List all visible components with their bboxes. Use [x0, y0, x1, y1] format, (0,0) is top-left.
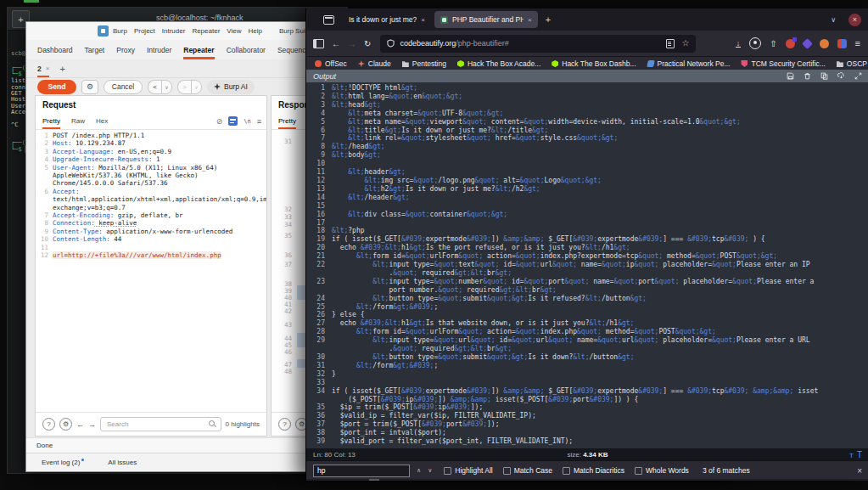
html-entity: &#039; — [467, 235, 491, 243]
view-tab-raw[interactable]: Raw — [71, 113, 85, 129]
find-next-icon[interactable]: ∨ — [428, 467, 432, 474]
tab-proxy[interactable]: Proxy — [116, 40, 135, 59]
font-size-icons[interactable]: TT — [849, 450, 862, 459]
menu-intruder[interactable]: Intruder — [162, 27, 186, 35]
firefox-view-icon[interactable] — [323, 15, 334, 25]
event-log-link[interactable]: Event log (2) — [42, 459, 84, 466]
prev-match-icon[interactable]: ← — [76, 420, 84, 429]
tab-close-icon[interactable]: × — [528, 16, 532, 24]
find-option-whole-words[interactable]: Whole Words — [635, 466, 689, 475]
tab-dashboard[interactable]: Dashboard — [37, 40, 73, 59]
bookmark-hack-the-box-acade[interactable]: Hack The Box Acade... — [457, 59, 540, 68]
menu-view[interactable]: View — [227, 27, 241, 35]
browser-tab-php-beautifier-and-php[interactable]: PHP Beautifier and PHP× — [434, 11, 538, 28]
view-tab-hex[interactable]: Hex — [96, 113, 108, 129]
prettify-toggle-icon[interactable] — [228, 116, 238, 126]
html-entity: &gt; — [540, 286, 557, 294]
line-number: 11 — [306, 168, 332, 177]
history-forward-button[interactable]: >∨ — [177, 80, 202, 94]
html-entity: &gt; — [393, 303, 409, 311]
send-button[interactable]: Send — [37, 80, 76, 94]
request-line: 6Accept: text/html,application/xhtml+xml… — [36, 188, 266, 211]
all-issues-link[interactable]: All issues — [108, 459, 137, 466]
horizontal-scrollbar[interactable] — [306, 479, 868, 481]
hide-nonprintable-icon[interactable]: ⊘ — [216, 117, 223, 126]
view-tab-pretty[interactable]: Pretty — [278, 113, 296, 129]
reader-mode-icon[interactable] — [666, 39, 675, 48]
request-editor[interactable]: 1POST /index.php HTTP/1.12Host: 10.129.2… — [36, 130, 266, 413]
find-option-highlight-all[interactable]: Highlight All — [444, 466, 492, 475]
send-settings-button[interactable]: ⚙ — [81, 80, 98, 94]
history-back-button[interactable]: <∨ — [148, 80, 172, 94]
delete-icon[interactable] — [804, 72, 811, 80]
repeater-tab-2[interactable]: 2 × — [37, 59, 49, 77]
html-entity: &quot; — [736, 252, 761, 260]
browser-tab-is-it-down-or-just-me[interactable]: Is it down or just me?× — [343, 11, 431, 28]
bookmark-hack-the-box-dashb[interactable]: Hack The Box Dashb... — [552, 59, 636, 68]
copy-icon[interactable] — [820, 72, 828, 80]
help-icon[interactable]: ? — [278, 418, 291, 431]
find-option-label: Match Case — [514, 466, 552, 475]
add-repeater-tab-button[interactable]: + — [59, 59, 64, 77]
bookmark-tcm-security-certific[interactable]: TCM Security Certific... — [741, 59, 825, 68]
list-tabs-icon[interactable]: ∨ — [831, 16, 836, 24]
tab-intruder[interactable]: Intruder — [147, 40, 171, 59]
menu-burp[interactable]: Burp — [113, 27, 127, 35]
help-icon[interactable]: ? — [42, 418, 55, 431]
view-tab-pretty[interactable]: Pretty — [42, 113, 60, 129]
html-entity: &gt; — [761, 252, 777, 260]
foxyproxy-icon[interactable] — [820, 39, 829, 48]
search-input[interactable] — [105, 420, 209, 429]
search-field[interactable] — [100, 417, 221, 431]
account-icon[interactable] — [749, 37, 761, 49]
extension-purple-icon[interactable] — [802, 38, 813, 49]
code-line-text — [332, 202, 336, 211]
downloads-icon[interactable]: ↓ — [736, 40, 742, 48]
tab-target[interactable]: Target — [85, 40, 105, 59]
find-option-match-diacritics[interactable]: Match Diacritics — [563, 466, 624, 475]
bookmark-practical-network-pe[interactable]: Practical Network Pe... — [647, 59, 731, 68]
menu-help[interactable]: Help — [249, 27, 262, 35]
window-close-button[interactable]: × — [848, 14, 861, 26]
newline-toggle-icon[interactable]: \n — [244, 118, 250, 125]
html-entity: &quot; — [458, 328, 483, 335]
menu-repeater[interactable]: Repeater — [192, 27, 220, 35]
reload-button[interactable]: ↻ — [364, 39, 371, 48]
tab-close-icon[interactable]: × — [421, 16, 425, 24]
find-close-icon[interactable]: × — [857, 466, 862, 476]
code-line: 35 $ip = trim($_POST[&#039;ip&#039;]); — [306, 403, 868, 412]
fullscreen-icon[interactable] — [854, 72, 862, 80]
find-previous-icon[interactable]: ∧ — [417, 467, 421, 474]
search-settings-icon[interactable]: ⚙ — [59, 418, 72, 431]
line-number: 30 — [306, 353, 332, 362]
find-input[interactable] — [313, 465, 410, 477]
find-option-match-case[interactable]: Match Case — [503, 466, 552, 475]
next-match-icon[interactable]: → — [88, 420, 96, 429]
tab-collaborator[interactable]: Collaborator — [227, 40, 266, 59]
extension-red-icon[interactable] — [786, 39, 795, 48]
bookmark-claude[interactable]: Claude — [358, 59, 391, 68]
html-entity: &#039; — [638, 387, 663, 395]
back-button[interactable]: ← — [332, 39, 340, 48]
editor-menu-icon[interactable]: ≡ — [257, 117, 261, 126]
download-cloud-icon[interactable] — [837, 72, 845, 80]
close-tab-icon[interactable]: × — [46, 65, 50, 72]
new-tab-button[interactable]: + — [546, 14, 551, 25]
sidebar-toggle-icon[interactable] — [313, 39, 324, 48]
bookmark-star-icon[interactable]: ☆ — [681, 39, 689, 48]
menu-project[interactable]: Project — [134, 27, 155, 35]
save-icon[interactable] — [787, 72, 794, 80]
tab-repeater[interactable]: Repeater — [183, 40, 214, 59]
hamburger-menu-icon[interactable]: ≡ — [855, 38, 860, 48]
burp-ai-button[interactable]: Burp AI — [207, 80, 255, 94]
forward-button[interactable]: → — [348, 39, 356, 48]
bookmark-oscp[interactable]: OSCP — [837, 59, 867, 68]
url-bar[interactable]: codebeautify.org/php-beautifier# ☆ — [380, 35, 696, 53]
bookmark-pentesting[interactable]: Pentesting — [402, 59, 446, 68]
bookmark-offsec[interactable]: OffSec — [315, 59, 347, 68]
extension-mask-icon[interactable] — [837, 39, 847, 48]
html-entity: &quot; — [516, 252, 540, 260]
share-icon[interactable]: ⇧ — [770, 39, 776, 48]
code-output[interactable]: 1&lt;!DOCTYPE html&gt;2&lt;html lang=&qu… — [306, 82, 868, 450]
cancel-button[interactable]: Cancel — [104, 80, 143, 94]
